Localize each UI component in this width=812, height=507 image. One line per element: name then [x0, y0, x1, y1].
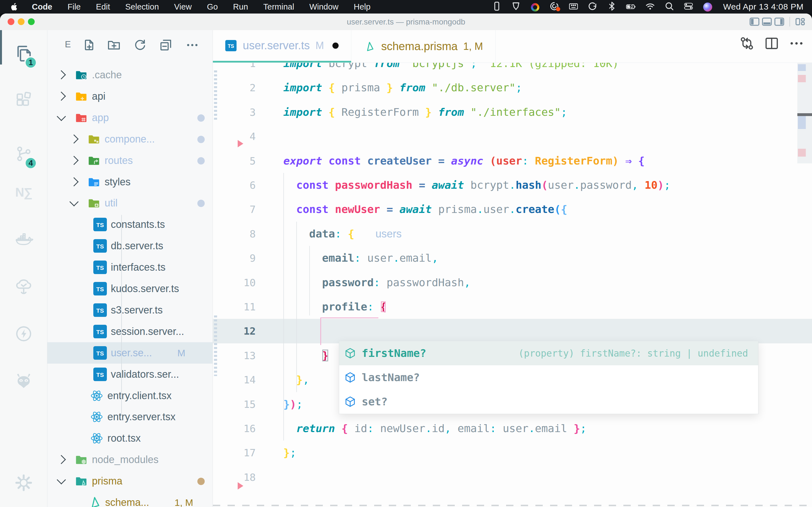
- code-line-3[interactable]: 3import { RegisterForm } from "./interfa…: [213, 100, 812, 124]
- code-line-10[interactable]: 10 password: passwordHash,: [213, 270, 812, 295]
- tree-item-label: api: [92, 91, 105, 102]
- new-folder-icon[interactable]: [107, 38, 121, 52]
- svg-text:TS: TS: [96, 372, 104, 378]
- activity-source-control-icon[interactable]: 4: [0, 143, 47, 165]
- tree-item-session-server-[interactable]: TSsession.server...: [47, 321, 213, 342]
- record-dot-icon[interactable]: [549, 1, 560, 12]
- code-line-7[interactable]: 7 const newUser = await prisma.user.crea…: [213, 197, 812, 222]
- tree-item--cache[interactable]: .cache: [47, 64, 213, 86]
- activity-copilot-icon[interactable]: [0, 370, 47, 392]
- tree-item-db-server-ts[interactable]: TSdb.server.ts: [47, 235, 213, 257]
- ruler-error-mark: [798, 149, 806, 157]
- tree-item-label: routes: [105, 155, 133, 166]
- stats-ring-icon[interactable]: [530, 2, 541, 13]
- ts-icon: TS: [93, 346, 107, 360]
- code-line-17[interactable]: 17};: [213, 441, 812, 465]
- code-text: return { id: newUser.id, email: user.ema…: [283, 416, 587, 441]
- menu-code[interactable]: Code: [24, 2, 60, 11]
- more-icon[interactable]: [185, 38, 199, 52]
- tab-user-server-ts[interactable]: TSuser.server.tsM: [213, 30, 351, 62]
- unsaved-dot-icon[interactable]: [333, 43, 339, 49]
- suggestion-set-[interactable]: set?: [339, 390, 758, 414]
- tree-item-kudos-server-ts[interactable]: TSkudos.server.ts: [47, 278, 213, 299]
- code-line-2[interactable]: 2import { prisma } from "./db.server";: [213, 75, 812, 100]
- code-text: profile: {: [283, 295, 387, 319]
- code-text: };: [283, 441, 296, 465]
- ts-icon: TS: [93, 282, 107, 295]
- menubar-clock[interactable]: Wed Apr 13 4:08 PM: [723, 2, 804, 11]
- menu-edit[interactable]: Edit: [88, 2, 117, 11]
- control-center-icon[interactable]: [683, 1, 694, 12]
- activity-docker-icon[interactable]: [0, 229, 47, 251]
- menu-selection[interactable]: Selection: [117, 2, 166, 11]
- collapse-all-icon[interactable]: [159, 38, 173, 52]
- code-line-16[interactable]: 16 return { id: newUser.id, email: user.…: [213, 416, 812, 441]
- suggestion-firstname-[interactable]: firstName?(property) firstName?: string …: [339, 341, 758, 365]
- refresh-icon[interactable]: [133, 38, 147, 52]
- menu-help[interactable]: Help: [346, 2, 378, 11]
- customize-layout-icon[interactable]: [794, 16, 806, 27]
- code-line-8[interactable]: 8 data: {users: [213, 222, 812, 246]
- bluetooth-icon[interactable]: [606, 1, 617, 12]
- activity-nx-console-icon[interactable]: N∑: [0, 182, 47, 203]
- menu-view[interactable]: View: [167, 2, 199, 11]
- menu-run[interactable]: Run: [225, 2, 256, 11]
- tree-item-util[interactable]: util: [47, 192, 213, 214]
- tree-item-interfaces-ts[interactable]: TSinterfaces.ts: [47, 257, 213, 278]
- tree-item-routes[interactable]: routes: [47, 150, 213, 171]
- modified-dot: [197, 136, 205, 143]
- tree-item-entry-client-tsx[interactable]: entry.client.tsx: [47, 385, 213, 406]
- code-line-9[interactable]: 9 email: user.email,: [213, 246, 812, 270]
- tree-item-validators-ser-[interactable]: TSvalidators.ser...: [47, 363, 213, 385]
- code-line-18[interactable]: 18: [213, 465, 812, 490]
- menu-terminal[interactable]: Terminal: [256, 2, 302, 11]
- layout-panel-bottom-icon[interactable]: [761, 16, 773, 27]
- battery-icon[interactable]: [626, 1, 637, 12]
- chevron-right-icon: [57, 92, 66, 101]
- tree-item-compone-[interactable]: compone...: [47, 128, 213, 150]
- new-file-icon[interactable]: [82, 38, 96, 52]
- code-line-11[interactable]: 11 profile: {: [213, 295, 812, 319]
- activity-extensions-icon[interactable]: [0, 89, 47, 111]
- siri-icon[interactable]: [702, 1, 713, 13]
- apple-menu-icon[interactable]: [10, 2, 19, 11]
- activity-thunder-client-icon[interactable]: [0, 323, 47, 344]
- tree-item-s3-server-ts[interactable]: TSs3.server.ts: [47, 299, 213, 321]
- layout-sidebar-left-icon[interactable]: [748, 16, 761, 27]
- code-line-4[interactable]: 4: [213, 124, 812, 149]
- tree-item-schema-[interactable]: schema...1, M: [47, 492, 213, 507]
- open-changes-icon[interactable]: [739, 35, 755, 52]
- tree-item-entry-server-tsx[interactable]: entry.server.tsx: [47, 406, 213, 428]
- wifi-icon[interactable]: [645, 1, 656, 12]
- tree-item-label: entry.server.tsx: [107, 411, 175, 423]
- tree-item-app[interactable]: app: [47, 107, 213, 128]
- activity-explorer-icon[interactable]: 1: [0, 43, 47, 64]
- activity-settings-icon[interactable]: [0, 472, 47, 494]
- code-line-12[interactable]: 12: [213, 319, 812, 343]
- screen-mirror-icon[interactable]: [492, 1, 502, 12]
- tree-item-api[interactable]: api: [47, 86, 213, 107]
- tree-item-constants-ts[interactable]: TSconstants.ts: [47, 214, 213, 235]
- tree-item-styles[interactable]: styles: [47, 171, 213, 193]
- overview-ruler[interactable]: [797, 62, 812, 163]
- tree-item-prisma[interactable]: prisma: [47, 470, 213, 492]
- tree-item-root-tsx[interactable]: root.tsx: [47, 428, 213, 449]
- activity-testing-icon[interactable]: [0, 276, 47, 297]
- spotlight-icon[interactable]: [664, 1, 675, 12]
- title-bar[interactable]: user.server.ts — prisma-mongodb: [0, 13, 812, 31]
- menu-go[interactable]: Go: [199, 2, 225, 11]
- split-editor-icon[interactable]: [763, 35, 780, 52]
- menu-window[interactable]: Window: [302, 2, 346, 11]
- notch-app-icon[interactable]: [511, 1, 521, 12]
- grammarly-icon[interactable]: [587, 1, 598, 12]
- tree-item-node-modules[interactable]: node_modules: [47, 449, 213, 470]
- menu-file[interactable]: File: [60, 2, 89, 11]
- more-icon[interactable]: [788, 35, 805, 52]
- tab-schema-prisma[interactable]: schema.prisma1, M: [351, 30, 496, 62]
- layout-sidebar-right-icon[interactable]: [773, 16, 785, 27]
- code-line-6[interactable]: 6 const passwordHash = await bcrypt.hash…: [213, 173, 812, 198]
- code-line-5[interactable]: 5export const createUser = async (user: …: [213, 149, 812, 173]
- keyboard-icon[interactable]: [568, 1, 579, 12]
- suggestion-lastname-[interactable]: lastName?: [339, 365, 758, 390]
- tree-item-user-se-[interactable]: TSuser.se...M: [47, 342, 213, 363]
